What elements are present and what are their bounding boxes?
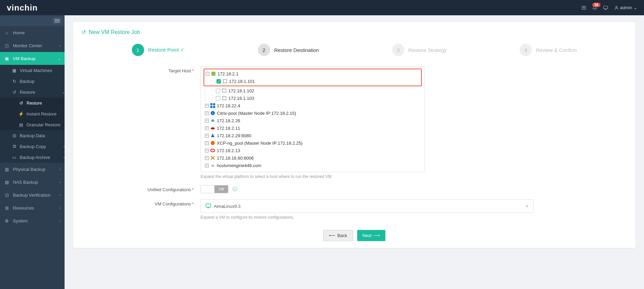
checkbox[interactable]: [216, 96, 220, 101]
nav-label: Physical Backup: [13, 167, 45, 172]
check-icon: ⊡: [4, 193, 10, 198]
collapse-icon[interactable]: −: [206, 72, 209, 76]
notification-badge: 58: [592, 3, 600, 7]
label-text: Target Host: [168, 68, 191, 73]
nav-vm-backup[interactable]: ▣VM Backup⌄: [0, 52, 65, 65]
tree-node-child[interactable]: ✓ 172.18.1.101: [206, 77, 420, 85]
checkbox[interactable]: [216, 89, 220, 93]
nav-label: Backup Verification: [13, 193, 51, 198]
nav-granular-restore[interactable]: ▤Granular Restore: [0, 119, 65, 130]
node-label: 172.18.2.29:8080: [217, 133, 251, 138]
info-icon[interactable]: ⓘ: [232, 186, 237, 192]
chevron-right-icon: ›: [59, 180, 60, 184]
node-label: 172.18.2.11: [217, 126, 240, 131]
svg-rect-8: [223, 79, 227, 83]
nav-monitor[interactable]: ◫Monitor Center›: [0, 39, 65, 52]
panel: ↺ New VM Restore Job 1 Restore Point✓ 2 …: [73, 22, 636, 248]
toggle-off-side: Off: [214, 185, 228, 193]
nav-backup-archive[interactable]: ▭Backup Archive›: [0, 152, 65, 163]
nav-label: VM Backup: [13, 56, 35, 61]
nav-label: Home: [13, 30, 25, 35]
step-label: Review & Confirm: [536, 47, 577, 53]
list-icon[interactable]: [581, 5, 586, 10]
tree-node[interactable]: +hostvmengine448.com: [205, 162, 420, 169]
tree-node[interactable]: +172.18.2.26: [205, 117, 420, 124]
expand-icon[interactable]: +: [205, 104, 209, 108]
tree-node[interactable]: +172.18.2.29:8080: [205, 132, 420, 139]
cloud-icon: [210, 163, 215, 168]
expand-plus-icon[interactable]: +: [525, 203, 528, 209]
tree-node[interactable]: +172.18.16.60:8006: [205, 154, 420, 162]
node-label: 172.18.22.4: [217, 103, 240, 108]
nav-nas-backup[interactable]: ▧NAS Backup›: [0, 176, 65, 188]
nav-backup-data[interactable]: ⊟Backup Data: [0, 130, 65, 141]
tree-node[interactable]: +XCP-ng_pool (Master Node IP:172.18.2.25…: [205, 139, 420, 147]
step-restore-point[interactable]: 1 Restore Point✓: [132, 44, 185, 56]
vm-icon: ▣: [4, 56, 10, 61]
vcenter-icon: [211, 71, 216, 76]
required-mark: *: [192, 187, 194, 192]
nav-home[interactable]: ⌂Home: [0, 26, 65, 39]
svg-rect-9: [223, 89, 226, 92]
nav-backup-verification[interactable]: ⊡Backup Verification›: [0, 188, 65, 201]
windows-icon: [210, 103, 215, 108]
node-label: hostvmengine448.com: [217, 163, 261, 168]
nav-restore[interactable]: ↺Restore⌄: [0, 87, 65, 97]
expand-icon[interactable]: +: [205, 111, 209, 115]
expand-icon[interactable]: +: [205, 156, 209, 160]
nav-instant-restore[interactable]: ⚡Instant Restore: [0, 108, 65, 119]
tree-node-child[interactable]: 172.18.1.103: [205, 94, 420, 102]
tree-node[interactable]: +XCitrix-pool (Master Node IP:172.18.2.1…: [205, 109, 420, 117]
vm-config-item[interactable]: AlmaLinux9.3 +: [201, 199, 534, 213]
step-label: Restore Strategy: [408, 47, 447, 53]
user-menu[interactable]: admin ⌄: [614, 5, 637, 10]
expand-icon[interactable]: +: [205, 126, 209, 130]
nav-restore-sub[interactable]: ↺Restore: [0, 97, 65, 108]
monitor-icon[interactable]: [603, 5, 608, 10]
main-content: ↺ New VM Restore Job 1 Restore Point✓ 2 …: [65, 15, 644, 289]
step-number: 1: [132, 44, 144, 56]
tree-node[interactable]: +172.18.2.13: [205, 147, 420, 154]
node-label: 172.18.16.60:8006: [217, 156, 254, 161]
chevron-right-icon: ›: [59, 44, 60, 48]
expand-icon[interactable]: +: [205, 164, 209, 167]
chevron-down-icon: ⌄: [58, 57, 60, 60]
restore-icon: ↺: [12, 90, 17, 95]
nav-label: Virtual Machines: [20, 68, 52, 73]
nav-virtual-machines[interactable]: ▦Virtual Machines: [0, 65, 65, 76]
step-label: Restore Destination: [274, 47, 319, 53]
chevron-right-icon: ›: [59, 206, 60, 210]
step-review-confirm[interactable]: 4 Review & Confirm: [520, 44, 577, 56]
expand-icon[interactable]: +: [205, 149, 209, 152]
nav-label: Instant Restore: [27, 111, 56, 116]
expand-icon[interactable]: +: [205, 119, 209, 123]
svg-point-18: [211, 141, 215, 145]
nav-backup-copy[interactable]: ⧉Backup Copy›: [0, 141, 65, 152]
nav-system[interactable]: ⚙System›: [0, 214, 65, 227]
row-vm-config: VM Configurations* AlmaLinux9.3 + Expand…: [82, 199, 627, 220]
chevron-down-icon: ⌄: [62, 90, 65, 94]
step-restore-strategy[interactable]: 3 Restore Strategy: [392, 44, 447, 56]
tree-node[interactable]: +172.18.2.11: [205, 124, 420, 132]
nav-resources[interactable]: ⊞Resources›: [0, 201, 65, 214]
nav-physical-backup[interactable]: ▥Physical Backup›: [0, 163, 65, 176]
sidebar-toggle[interactable]: [0, 15, 65, 26]
tree-node-root[interactable]: − 172.18.2.1: [206, 70, 420, 77]
notification-icon[interactable]: 58: [592, 5, 597, 10]
step-restore-destination[interactable]: 2 Restore Destination: [258, 44, 319, 56]
header-actions: 58 admin ⌄: [581, 5, 637, 10]
expand-icon[interactable]: +: [205, 141, 209, 145]
tree-node[interactable]: +172.18.22.4: [205, 102, 420, 109]
tree-connector: [205, 87, 214, 94]
toggle-unified-config[interactable]: Off: [201, 185, 228, 193]
next-button[interactable]: Next ⟶: [357, 230, 386, 241]
checkbox-checked[interactable]: ✓: [216, 79, 221, 84]
back-button[interactable]: ⟵ Back: [323, 230, 353, 241]
expand-icon[interactable]: +: [205, 134, 209, 138]
nav-label: NAS Backup: [13, 180, 38, 185]
tree-node-child[interactable]: 172.18.1.102: [205, 87, 420, 94]
footer-buttons: ⟵ Back Next ⟶: [82, 230, 627, 241]
node-label: 172.18.2.26: [217, 118, 240, 123]
nav-backup[interactable]: ↻Backup: [0, 76, 65, 87]
username: admin: [620, 5, 632, 10]
